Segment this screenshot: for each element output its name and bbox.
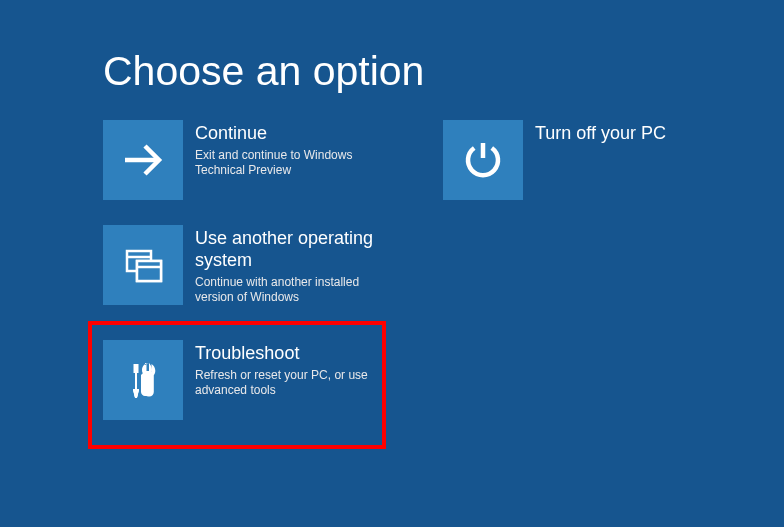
tile-another-os[interactable]: Use another operating system Continue wi… — [103, 225, 383, 305]
tile-continue[interactable]: Continue Exit and continue to Windows Te… — [103, 120, 383, 200]
tools-icon — [103, 340, 183, 420]
tile-title: Troubleshoot — [195, 342, 379, 364]
tile-title: Continue — [195, 122, 379, 144]
tile-desc: Exit and continue to Windows Technical P… — [195, 148, 379, 178]
tile-title: Turn off your PC — [535, 122, 719, 144]
windows-stack-icon — [103, 225, 183, 305]
power-icon — [443, 120, 523, 200]
tile-title: Use another operating system — [195, 227, 379, 271]
svg-rect-15 — [134, 364, 139, 373]
tile-desc: Continue with another installed version … — [195, 275, 379, 305]
tile-troubleshoot[interactable]: Troubleshoot Refresh or reset your PC, o… — [103, 340, 383, 420]
page-title: Choose an option — [103, 48, 424, 95]
svg-marker-17 — [133, 389, 139, 397]
svg-rect-16 — [135, 373, 137, 389]
arrow-right-icon — [103, 120, 183, 200]
svg-rect-6 — [137, 261, 161, 281]
tile-desc: Refresh or reset your PC, or use advance… — [195, 368, 379, 398]
tile-turn-off[interactable]: Turn off your PC — [443, 120, 723, 200]
